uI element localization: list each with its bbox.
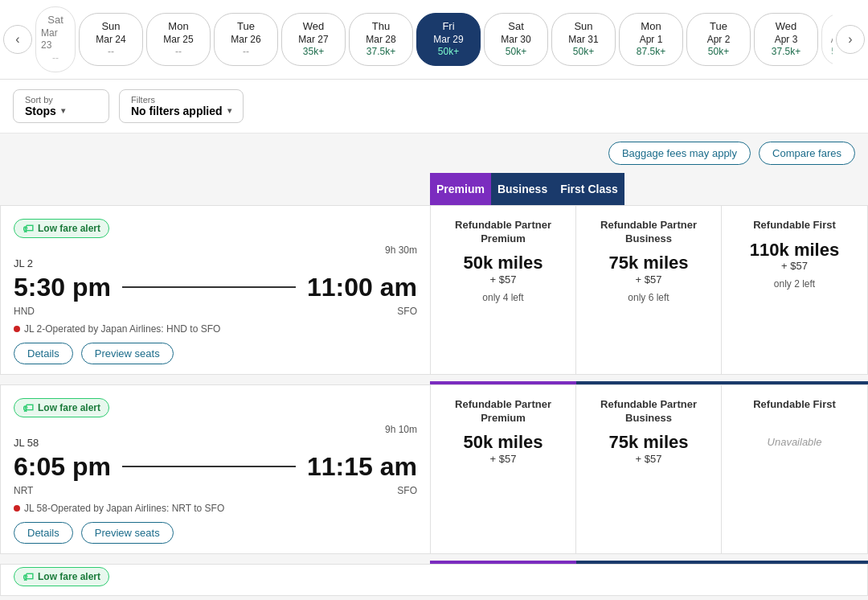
flight-fares-jl58: Refundable Partner Premium 50k miles + $… — [431, 385, 867, 553]
date-price: 35k+ — [303, 46, 324, 59]
date-nodash: -- — [52, 52, 59, 65]
date-item-wed-3[interactable]: WedApr 337.5k+ — [754, 13, 818, 66]
airports-jl2: HND SFO — [14, 306, 417, 317]
date-mdate: Apr 2 — [707, 34, 731, 47]
date-price: 50k+ — [438, 46, 459, 59]
tag-icon-jl2: 🏷 — [23, 222, 34, 235]
flight-left-jl58: 🏷 Low fare alert 9h 10m JL 58 6:05 pm 11… — [1, 385, 431, 553]
filters-button[interactable]: Filters No filters applied ▾ — [119, 89, 244, 123]
fare-col-business-jl2[interactable]: Refundable Partner Business 75k miles + … — [576, 206, 722, 374]
fare-miles: 75k miles — [608, 253, 688, 273]
sort-by-button[interactable]: Sort by Stops ▾ — [13, 89, 109, 123]
fare-type-name: Refundable Partner Premium — [440, 219, 566, 246]
flight-num-jl2: JL 2 — [14, 257, 417, 269]
date-item-tue-2[interactable]: TueApr 250k+ — [686, 13, 751, 66]
fare-type-name: Refundable Partner Business — [586, 398, 711, 425]
dep-time-jl2: 5:30 pm — [14, 273, 111, 302]
fare-type-name: Refundable Partner Premium — [440, 398, 566, 425]
filters-bar: Sort by Stops ▾ Filters No filters appli… — [0, 80, 868, 134]
date-mdate: Mar 28 — [366, 34, 395, 47]
arr-airport-jl58: SFO — [397, 485, 417, 496]
date-item-sat-23[interactable]: SatMar 23-- — [35, 6, 76, 72]
airline-dot-jl2 — [14, 326, 20, 332]
fare-unavailable-label: Unavailable — [768, 436, 822, 448]
date-mdate: Mar 23 — [41, 27, 70, 52]
fare-seats: only 6 left — [628, 292, 669, 303]
tag-icon-jl58: 🏷 — [23, 401, 34, 414]
date-item-sun-24[interactable]: SunMar 24-- — [79, 13, 143, 66]
airline-dot-jl58 — [14, 505, 20, 512]
prev-date-arrow[interactable]: ‹ — [3, 25, 32, 54]
filter-chevron-icon: ▾ — [227, 106, 231, 115]
tab-business[interactable]: Business — [491, 173, 554, 205]
fare-col-premium-jl58[interactable]: Refundable Partner Premium 50k miles + $… — [431, 385, 576, 553]
flight-actions-jl2: Details Preview seats — [14, 343, 417, 364]
date-item-fri-29[interactable]: FriMar 2950k+ — [416, 13, 481, 66]
fare-cash: + $57 — [490, 453, 517, 465]
fare-seats: only 2 left — [774, 278, 815, 290]
date-mdate: Mar 30 — [501, 34, 530, 47]
action-row: Baggage fees may apply Compare fares — [0, 134, 868, 173]
date-mdate: Mar 25 — [163, 34, 193, 47]
fare-col-premium-jl2[interactable]: Refundable Partner Premium 50k miles + $… — [431, 206, 576, 374]
fare-miles: 50k miles — [463, 433, 542, 452]
baggage-fees-link[interactable]: Baggage fees may apply — [608, 142, 751, 165]
fare-type-name: Refundable First — [753, 219, 836, 232]
date-item-mon-25[interactable]: MonMar 25-- — [146, 13, 211, 66]
date-nodash: -- — [108, 46, 114, 59]
preview-seats-btn-jl58[interactable]: Preview seats — [81, 522, 174, 544]
tab-premium[interactable]: Premium — [430, 173, 491, 205]
date-item-sat-30[interactable]: SatMar 3050k+ — [484, 13, 548, 66]
fare-col-first-jl58[interactable]: Refundable First Unavailable — [722, 385, 867, 553]
next-date-arrow[interactable]: › — [836, 25, 865, 54]
time-line-jl58 — [122, 466, 296, 467]
date-navigation: ‹ SatMar 23--SunMar 24--MonMar 25--TueMa… — [0, 0, 868, 80]
time-line-jl2 — [122, 286, 296, 288]
bar-premium — [430, 561, 576, 564]
fare-miles: 75k miles — [608, 433, 688, 452]
arr-time-jl2: 11:00 am — [307, 273, 417, 302]
flight-left-jl2: 🏷 Low fare alert 9h 30m JL 2 5:30 pm 11:… — [1, 206, 431, 374]
fare-cash: + $57 — [490, 273, 517, 286]
tag-icon: 🏷 — [23, 570, 34, 583]
filter-value: No filters applied ▾ — [131, 105, 231, 117]
arr-time-jl58: 11:15 am — [307, 452, 417, 482]
sort-chevron-icon: ▾ — [61, 106, 65, 115]
preview-seats-btn-jl2[interactable]: Preview seats — [81, 343, 174, 364]
date-mdate: Apr 3 — [775, 34, 798, 47]
operated-by-jl58: JL 58-Operated by Japan Airlines: NRT to… — [14, 503, 417, 514]
sort-label: Sort by — [25, 95, 53, 105]
date-dow: Tue — [710, 20, 727, 34]
arr-airport-jl2: SFO — [397, 306, 417, 317]
date-item-thu-4[interactable]: ThAp…50… — [821, 13, 833, 66]
date-price: 87.5k+ — [637, 46, 665, 59]
date-item-tue-26[interactable]: TueMar 26-- — [214, 13, 278, 66]
date-mdate: Apr 1 — [640, 34, 663, 47]
fare-miles: 50k miles — [463, 253, 542, 273]
date-item-thu-28[interactable]: ThuMar 2837.5k+ — [349, 13, 413, 66]
tab-first-class[interactable]: First Class — [554, 173, 624, 205]
bar-first — [722, 561, 868, 564]
date-mdate: Mar 27 — [298, 34, 328, 47]
date-price: 50k+ — [506, 46, 526, 59]
date-dow: Tue — [237, 20, 255, 34]
date-mdate: Ap… — [831, 34, 833, 47]
date-price: 37.5k+ — [772, 46, 800, 59]
date-item-wed-27[interactable]: WedMar 2735k+ — [281, 13, 346, 66]
date-item-sun-31[interactable]: SunMar 3150k+ — [551, 13, 616, 66]
flight-fares-jl2: Refundable Partner Premium 50k miles + $… — [431, 206, 867, 374]
fare-col-business-jl58[interactable]: Refundable Partner Business 75k miles + … — [576, 385, 722, 553]
flight-times-jl2: 5:30 pm 11:00 am — [14, 273, 417, 302]
fare-cash: + $57 — [636, 273, 662, 286]
compare-fares-link[interactable]: Compare fares — [759, 142, 855, 165]
date-price: 37.5k+ — [366, 46, 395, 59]
details-btn-jl2[interactable]: Details — [14, 343, 73, 364]
date-price: 50… — [831, 46, 833, 59]
date-item-mon-1[interactable]: MonApr 187.5k+ — [619, 13, 683, 66]
flight-card-jl2: 🏷 Low fare alert 9h 30m JL 2 5:30 pm 11:… — [0, 205, 868, 375]
dep-time-jl58: 6:05 pm — [14, 452, 111, 482]
duration-jl2: 9h 30m — [14, 245, 417, 256]
date-dow: Fri — [442, 20, 454, 34]
fare-col-first-jl2[interactable]: Refundable First 110k miles + $57 only 2… — [722, 206, 867, 374]
details-btn-jl58[interactable]: Details — [14, 522, 73, 544]
